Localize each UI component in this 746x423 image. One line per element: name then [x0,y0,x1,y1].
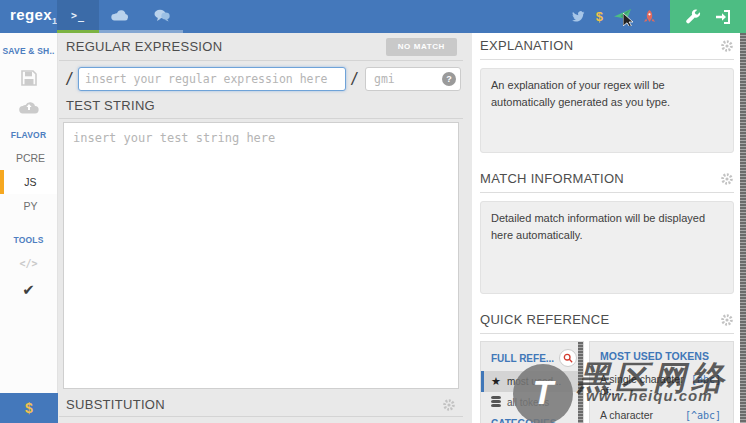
most-used-tokens-heading: MOST USED TOKENS [600,350,721,362]
match-information-header: MATCH INFORMATION [480,166,734,193]
quick-reference-nav: FULL REFE... ★ most used... all tokens C… [480,341,584,423]
topbar-tools-zone [670,0,746,33]
tab-forum[interactable] [141,0,183,33]
star-icon: ★ [491,375,501,388]
match-information-body: Detailed match information will be displ… [480,201,734,294]
topbar-tabs: >_ [57,0,183,33]
unit-tests-check-icon[interactable]: ✔ [0,281,57,299]
regex-delimiter-right: / [346,70,363,88]
full-reference-button[interactable]: FULL REFE... [481,345,583,371]
test-string-header: TEST STRING [59,93,463,119]
token-code: [^abc] [685,410,721,421]
flavor-list: PCRE JS PY [0,146,57,218]
token-row[interactable]: A character except: ... [^abc] [600,409,721,423]
explanation-body: An explanation of your regex will be aut… [480,68,734,153]
token-desc: A character except: ... [600,409,679,423]
test-string-input[interactable] [64,123,458,388]
quick-reference-tokens: MOST USED TOKENS A single character of:.… [589,341,734,423]
quick-reference-box: FULL REFE... ★ most used... all tokens C… [480,341,734,423]
tab-library[interactable] [99,0,141,33]
most-used-label: most used... [507,376,561,387]
quick-reference-header: QUICK REFERENCE [480,307,734,334]
mouse-cursor-icon [623,13,634,26]
wrench-icon[interactable] [685,9,701,25]
explanation-title: EXPLANATION [480,38,573,53]
cloud-icon [111,9,129,21]
match-information-gear-icon[interactable] [720,172,734,186]
search-icon[interactable] [559,349,577,367]
flavor-item-py[interactable]: PY [0,194,57,218]
all-tokens-item[interactable]: all tokens [481,392,583,412]
tools-heading: TOOLS [0,235,57,245]
substitution-gear-icon[interactable] [442,398,456,412]
twitter-icon[interactable] [572,11,585,23]
regex-input[interactable] [78,67,346,91]
flavor-heading: FLAVOR [0,130,57,140]
rocket-icon[interactable] [643,10,656,24]
save-icon[interactable] [0,69,57,87]
flags-help-icon[interactable]: ? [442,72,456,86]
flavor-item-js[interactable]: JS [0,170,57,194]
top-bar: regex101 >_ $ [0,0,746,33]
save-share-heading: SAVE & SH.. [0,46,57,56]
tab-editor[interactable]: >_ [57,0,99,33]
quick-reference-gear-icon[interactable] [720,313,734,327]
regular-expression-header: REGULAR EXPRESSION NO MATCH [59,33,463,61]
terminal-icon: >_ [71,10,85,21]
test-string-title: TEST STRING [66,98,155,113]
right-panel-scrollbar[interactable] [740,33,746,423]
flags-wrap: ? [365,67,461,91]
tokens-database-icon [491,396,501,408]
most-used-item[interactable]: ★ most used... [481,371,583,392]
substitution-title: SUBSTITUTION [66,397,165,412]
quick-reference-nav-scrollbar[interactable] [578,342,583,423]
test-string-box [63,122,459,389]
no-match-badge: NO MATCH [386,38,457,56]
donate-dollar-icon[interactable]: $ [596,9,603,24]
regex101-app: regex101 >_ $ [0,0,746,423]
topbar-status-icons: $ [572,0,656,33]
code-generator-icon[interactable]: </> [0,258,57,269]
logo-text: regex [10,6,52,23]
substitution-header: SUBSTITUTION [59,393,463,417]
token-code: [abc] [691,374,721,385]
sign-in-icon[interactable] [715,10,731,24]
quick-reference-title: QUICK REFERENCE [480,312,609,327]
feedback-plane-wrap [614,9,632,24]
flavor-item-pcre[interactable]: PCRE [0,146,57,170]
right-panel: EXPLANATION An explanation of your regex… [472,33,740,423]
categories-label[interactable]: CATEGORIES [481,412,583,423]
explanation-header: EXPLANATION [480,33,734,60]
sidebar-donate-button[interactable]: $ [0,393,58,423]
full-reference-label: FULL REFE... [491,353,554,364]
editor-column: REGULAR EXPRESSION NO MATCH / / ? TEST S… [59,33,463,423]
regular-expression-title: REGULAR EXPRESSION [66,39,222,54]
regex-input-row: / / ? [61,66,461,92]
all-tokens-label: all tokens [507,397,549,408]
chat-bubbles-icon [154,9,170,22]
cloud-upload-icon[interactable] [0,100,57,114]
token-row[interactable]: A single character of:... [abc] [600,373,721,397]
left-sidebar: SAVE & SH.. FLAVOR PCRE JS PY TOOLS </> … [0,33,58,423]
explanation-gear-icon[interactable] [720,39,734,53]
match-information-title: MATCH INFORMATION [480,171,624,186]
token-desc: A single character of:... [600,373,685,397]
regex-delimiter-left: / [61,70,78,88]
